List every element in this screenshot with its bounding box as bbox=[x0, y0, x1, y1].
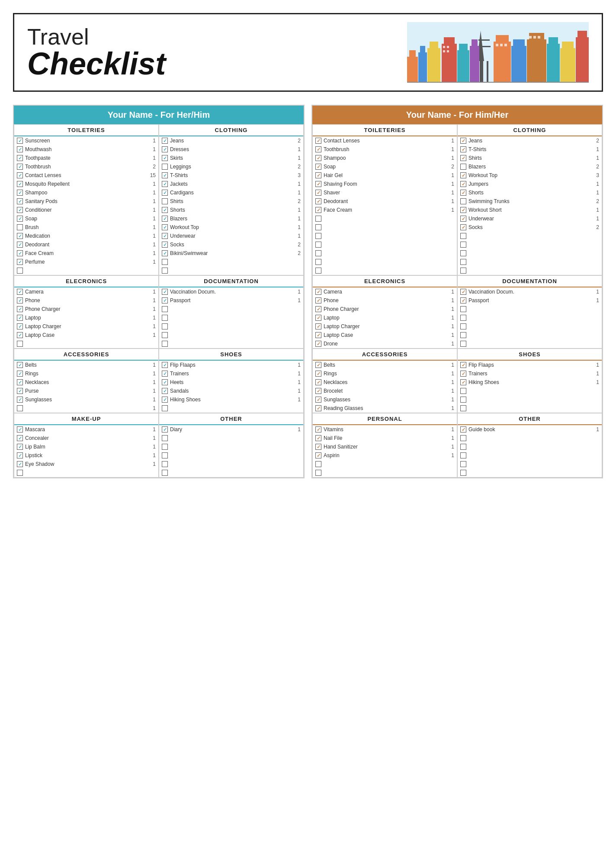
checkbox[interactable] bbox=[460, 164, 466, 170]
checkbox[interactable] bbox=[17, 190, 23, 196]
checkbox[interactable] bbox=[460, 181, 466, 187]
checkbox[interactable] bbox=[162, 461, 168, 467]
checkbox[interactable] bbox=[162, 181, 168, 187]
checkbox[interactable] bbox=[162, 172, 168, 178]
checkbox[interactable] bbox=[162, 297, 168, 303]
checkbox[interactable] bbox=[17, 461, 23, 467]
checkbox[interactable] bbox=[460, 259, 466, 265]
checkbox[interactable] bbox=[162, 452, 168, 458]
checkbox[interactable] bbox=[162, 362, 168, 368]
checkbox[interactable] bbox=[315, 250, 321, 256]
checkbox[interactable] bbox=[162, 190, 168, 196]
checkbox[interactable] bbox=[17, 198, 23, 204]
checkbox[interactable] bbox=[17, 444, 23, 450]
checkbox[interactable] bbox=[162, 216, 168, 222]
checkbox[interactable] bbox=[17, 289, 23, 295]
checkbox[interactable] bbox=[460, 405, 466, 411]
checkbox[interactable] bbox=[162, 146, 168, 152]
checkbox[interactable] bbox=[460, 388, 466, 394]
checkbox[interactable] bbox=[315, 379, 321, 385]
checkbox[interactable] bbox=[315, 268, 321, 274]
checkbox[interactable] bbox=[460, 155, 466, 161]
checkbox[interactable] bbox=[17, 371, 23, 377]
checkbox[interactable] bbox=[162, 268, 168, 274]
checkbox[interactable] bbox=[17, 164, 23, 170]
checkbox[interactable] bbox=[460, 435, 466, 441]
checkbox[interactable] bbox=[460, 426, 466, 432]
checkbox[interactable] bbox=[162, 233, 168, 239]
checkbox[interactable] bbox=[17, 297, 23, 303]
checkbox[interactable] bbox=[460, 397, 466, 403]
checkbox[interactable] bbox=[315, 397, 321, 403]
checkbox[interactable] bbox=[162, 332, 168, 338]
checkbox[interactable] bbox=[315, 198, 321, 204]
checkbox[interactable] bbox=[17, 405, 23, 411]
checkbox[interactable] bbox=[315, 405, 321, 411]
checkbox[interactable] bbox=[315, 323, 321, 329]
checkbox[interactable] bbox=[162, 198, 168, 204]
checkbox[interactable] bbox=[460, 138, 466, 144]
checkbox[interactable] bbox=[315, 289, 321, 295]
checkbox[interactable] bbox=[315, 216, 321, 222]
checkbox[interactable] bbox=[460, 190, 466, 196]
checkbox[interactable] bbox=[315, 315, 321, 321]
checkbox[interactable] bbox=[162, 388, 168, 394]
checkbox[interactable] bbox=[460, 341, 466, 347]
checkbox[interactable] bbox=[315, 164, 321, 170]
checkbox[interactable] bbox=[315, 146, 321, 152]
checkbox[interactable] bbox=[315, 332, 321, 338]
checkbox[interactable] bbox=[162, 341, 168, 347]
checkbox[interactable] bbox=[162, 306, 168, 312]
checkbox[interactable] bbox=[315, 452, 321, 458]
checkbox[interactable] bbox=[460, 470, 466, 476]
checkbox[interactable] bbox=[460, 379, 466, 385]
checkbox[interactable] bbox=[17, 452, 23, 458]
checkbox[interactable] bbox=[315, 444, 321, 450]
checkbox[interactable] bbox=[17, 172, 23, 178]
checkbox[interactable] bbox=[315, 341, 321, 347]
checkbox[interactable] bbox=[315, 155, 321, 161]
checkbox[interactable] bbox=[460, 207, 466, 213]
checkbox[interactable] bbox=[17, 362, 23, 368]
checkbox[interactable] bbox=[17, 379, 23, 385]
checkbox[interactable] bbox=[17, 138, 23, 144]
checkbox[interactable] bbox=[460, 172, 466, 178]
checkbox[interactable] bbox=[17, 259, 23, 265]
checkbox[interactable] bbox=[17, 250, 23, 256]
checkbox[interactable] bbox=[17, 341, 23, 347]
checkbox[interactable] bbox=[17, 181, 23, 187]
checkbox[interactable] bbox=[315, 470, 321, 476]
checkbox[interactable] bbox=[162, 242, 168, 248]
checkbox[interactable] bbox=[162, 138, 168, 144]
checkbox[interactable] bbox=[460, 362, 466, 368]
checkbox[interactable] bbox=[315, 224, 321, 230]
checkbox[interactable] bbox=[162, 259, 168, 265]
checkbox[interactable] bbox=[162, 379, 168, 385]
checkbox[interactable] bbox=[162, 405, 168, 411]
checkbox[interactable] bbox=[315, 388, 321, 394]
checkbox[interactable] bbox=[17, 216, 23, 222]
checkbox[interactable] bbox=[460, 268, 466, 274]
checkbox[interactable] bbox=[460, 323, 466, 329]
checkbox[interactable] bbox=[17, 146, 23, 152]
checkbox[interactable] bbox=[17, 306, 23, 312]
checkbox[interactable] bbox=[162, 426, 168, 432]
checkbox[interactable] bbox=[162, 444, 168, 450]
checkbox[interactable] bbox=[460, 250, 466, 256]
checkbox[interactable] bbox=[17, 388, 23, 394]
checkbox[interactable] bbox=[315, 242, 321, 248]
checkbox[interactable] bbox=[162, 315, 168, 321]
checkbox[interactable] bbox=[460, 216, 466, 222]
checkbox[interactable] bbox=[17, 242, 23, 248]
checkbox[interactable] bbox=[162, 289, 168, 295]
checkbox[interactable] bbox=[162, 397, 168, 403]
checkbox[interactable] bbox=[315, 362, 321, 368]
checkbox[interactable] bbox=[17, 233, 23, 239]
checkbox[interactable] bbox=[460, 242, 466, 248]
checkbox[interactable] bbox=[315, 461, 321, 467]
checkbox[interactable] bbox=[460, 452, 466, 458]
checkbox[interactable] bbox=[315, 190, 321, 196]
checkbox[interactable] bbox=[315, 435, 321, 441]
checkbox[interactable] bbox=[162, 224, 168, 230]
checkbox[interactable] bbox=[17, 426, 23, 432]
